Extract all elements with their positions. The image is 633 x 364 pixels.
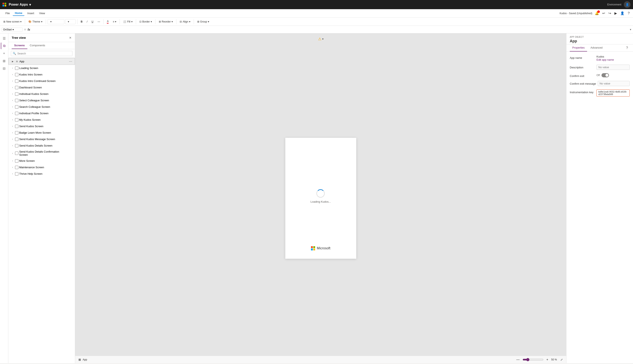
badge-learn-more-expand-icon[interactable]: › [11, 132, 14, 134]
maintenance-expand-icon[interactable]: › [11, 166, 14, 168]
app-more-icon[interactable]: ⋯ [69, 60, 72, 64]
formula-selector[interactable]: OnStart ▾ [2, 28, 23, 32]
description-value [596, 65, 630, 70]
fill-button[interactable]: ⬜ Fill ▾ [121, 20, 134, 24]
new-screen-button[interactable]: ⊞ New screen ▾ [2, 20, 23, 24]
tree-item-kudos-intro-continued[interactable]: › Kudos Intro Continued Screen ⋯ [8, 78, 75, 84]
help-icon-right[interactable]: ? [624, 44, 630, 52]
send-kudos-expand-icon[interactable]: › [11, 125, 14, 128]
underline-button[interactable]: U [90, 20, 95, 24]
send-kudos-details-expand-icon[interactable]: › [11, 144, 14, 147]
controls-icon[interactable]: ⊟ [1, 65, 8, 72]
menu-home[interactable]: Home [13, 11, 25, 16]
tree-item-loading-screen[interactable]: › Loading Screen ⋯ [8, 65, 75, 71]
bold-button[interactable]: B [79, 20, 84, 24]
formula-input[interactable] [32, 28, 628, 31]
user-icon[interactable]: 👤 [620, 11, 624, 15]
search-colleague-expand-icon[interactable]: › [11, 106, 14, 108]
loading-expand-icon[interactable]: › [11, 67, 14, 69]
confirm-exit-toggle[interactable] [601, 73, 609, 77]
tab-screens[interactable]: Screens [12, 42, 27, 49]
avatar[interactable]: 👤 [624, 1, 630, 8]
zoom-in-button[interactable]: + [545, 357, 549, 362]
send-kudos-confirm-expand-icon[interactable]: › [11, 152, 14, 154]
tree-item-badge-learn-more[interactable]: › Badge Learn More Screen ⋯ [8, 130, 75, 136]
redo-icon[interactable]: ↪ [608, 11, 611, 15]
dashboard-expand-icon[interactable]: › [11, 86, 14, 88]
tree-item-more-screen[interactable]: › More Screen ⋯ [8, 158, 75, 164]
maintenance-screen-label: Maintenance Screen [19, 166, 68, 169]
send-kudos-label: Send Kudos Screen [19, 125, 68, 128]
reorder-button[interactable]: ⊞ Reorder ▾ [157, 20, 174, 24]
canvas-warning[interactable]: ⚠ ▾ [318, 37, 324, 41]
ms-logo-yellow [313, 248, 315, 250]
tree-item-thrive-help[interactable]: › Thrive Help Screen ⋯ [8, 170, 75, 177]
tree-item-maintenance[interactable]: › Maintenance Screen ⋯ [8, 164, 75, 170]
send-kudos-screen-icon [15, 125, 18, 128]
individual-profile-label: Individual Profile Screen [19, 112, 68, 115]
align-button[interactable]: ≡ ▾ [111, 20, 118, 24]
kudos-intro-expand-icon[interactable]: › [11, 74, 14, 76]
edit-app-name-link[interactable]: Edit app name [596, 58, 630, 61]
individual-kudos-expand-icon[interactable]: › [11, 93, 14, 95]
description-input[interactable] [596, 65, 630, 70]
app-title[interactable]: Power Apps ▾ [9, 3, 31, 7]
tree-item-kudos-intro[interactable]: › Kudos Intro Screen ⋯ [8, 71, 75, 78]
main-layout: ☰ ⧉ + ⊞ ⊟ Tree view ✕ Screens Components… [0, 33, 633, 363]
fill-label: Fill [127, 20, 130, 23]
font-dropdown[interactable]: ▾ [48, 19, 64, 24]
zoom-slider[interactable] [523, 358, 543, 361]
menu-file[interactable]: File [3, 11, 12, 16]
select-colleague-expand-icon[interactable]: › [11, 99, 14, 102]
kudos-intro-cont-expand-icon[interactable]: › [11, 80, 14, 82]
menu-view[interactable]: View [37, 11, 47, 16]
data-icon[interactable]: ⊞ [1, 58, 8, 64]
zoom-out-button[interactable]: — [515, 357, 521, 362]
individual-profile-expand-icon[interactable]: › [11, 112, 14, 114]
font-color-button[interactable]: A [105, 19, 110, 24]
help-icon[interactable]: ? [628, 12, 630, 15]
tree-item-app[interactable]: ▶ ⊞ App ⋯ [8, 58, 75, 65]
layers-icon[interactable]: ⧉ [1, 42, 8, 49]
undo-icon[interactable]: ↩ [602, 11, 605, 15]
tree-item-select-colleague[interactable]: › Select Colleague Screen ⋯ [8, 97, 75, 104]
add-icon[interactable]: + [1, 50, 8, 57]
menu-toggle-icon[interactable]: ☰ [1, 35, 8, 42]
zoom-expand-icon[interactable]: ⤢ [560, 358, 563, 361]
theme-button[interactable]: 🎨 Theme ▾ [27, 20, 44, 24]
thrive-help-expand-icon[interactable]: › [11, 172, 14, 175]
tab-components[interactable]: Components [27, 42, 48, 49]
play-icon[interactable]: ▶ [614, 11, 617, 15]
tree-item-individual-profile[interactable]: › Individual Profile Screen ⋯ [8, 110, 75, 116]
send-kudos-msg-expand-icon[interactable]: › [11, 138, 14, 140]
tree-item-send-kudos-details[interactable]: › Send Kudos Details Screen ⋯ [8, 142, 75, 149]
tree-item-send-kudos-details-confirm[interactable]: › Send Kudos Details Confirmation Screen… [8, 149, 75, 158]
tree-item-individual-kudos[interactable]: › Individual Kudos Screen ⋯ [8, 91, 75, 97]
notification-icon[interactable]: 🔔 1 [595, 11, 599, 15]
border-button[interactable]: ⊡ Border ▾ [138, 20, 154, 24]
italic-button[interactable]: / [85, 20, 89, 24]
formula-expand-chevron-icon[interactable]: ▾ [630, 28, 631, 31]
menu-insert[interactable]: Insert [25, 11, 36, 16]
align-objects-button[interactable]: ⊟ Align ▾ [178, 20, 192, 24]
strikethrough-button[interactable]: — [96, 20, 102, 24]
tree-item-dashboard[interactable]: › Dashboard Screen ⋯ [8, 84, 75, 91]
search-input[interactable] [17, 52, 71, 55]
tab-advanced[interactable]: Advanced [588, 44, 605, 52]
more-screen-expand-icon[interactable]: › [11, 160, 14, 162]
confirm-exit-message-input[interactable] [598, 81, 630, 86]
group-button[interactable]: ⊞ Group ▾ [196, 20, 211, 24]
right-panel-body: App name Kudos Edit app name Description… [566, 52, 633, 363]
tree-item-send-kudos[interactable]: › Send Kudos Screen ⋯ [8, 123, 75, 130]
my-kudos-expand-icon[interactable]: › [11, 118, 14, 121]
tree-close-icon[interactable]: ✕ [69, 36, 72, 40]
zoom-controls: — + 50 % ⤢ [515, 357, 563, 362]
tree-item-send-kudos-message[interactable]: › Send Kudos Message Screen ⋯ [8, 136, 75, 142]
tree-item-my-kudos[interactable]: › My Kudos Screen ⋯ [8, 116, 75, 123]
individual-profile-screen-icon [15, 112, 18, 115]
app-expand-icon[interactable]: ▶ [11, 60, 15, 62]
tree-item-search-colleague[interactable]: › Search Colleague Screen ⋯ [8, 104, 75, 110]
tab-properties[interactable]: Properties [570, 44, 587, 52]
font-size-dropdown[interactable]: ▾ [65, 19, 76, 24]
more-screen-icon [15, 159, 18, 162]
